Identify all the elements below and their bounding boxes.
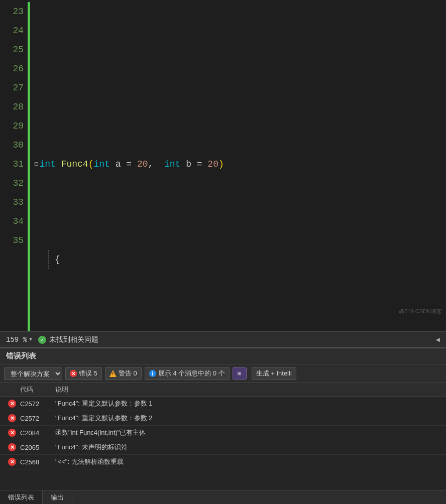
code-line-23 bbox=[34, 59, 446, 78]
row-code-4: C2065 bbox=[20, 444, 55, 451]
zoom-dropdown-arrow[interactable]: ▼ bbox=[29, 337, 32, 342]
code-content[interactable]: ⊟int Func4(int a = 20, int b = 20) { ret… bbox=[30, 2, 446, 331]
zoom-control[interactable]: 159 % ▼ bbox=[6, 336, 32, 344]
table-row[interactable]: ✕ C2572 "Func4": 重定义默认参数：参数 1 bbox=[0, 397, 446, 411]
info-count-button[interactable]: i 展示 4 个消息中的 0 个 bbox=[145, 367, 230, 380]
build-button[interactable]: 生成 + Intelli bbox=[252, 367, 296, 380]
error-toolbar: 整个解决方案 ✕ 错误 5 ! 警告 0 i 展示 4 个消息中的 0 个 ⊞ … bbox=[0, 364, 446, 383]
col-icon-header bbox=[4, 385, 20, 394]
status-message: ✓ 未找到相关问题 bbox=[38, 335, 98, 344]
line-num-35: 35 bbox=[0, 231, 24, 250]
code-editor: 23 24 25 26 27 28 29 30 31 32 33 34 35 ⊟… bbox=[0, 0, 446, 331]
tab-output-label: 输出 bbox=[51, 493, 64, 502]
row-error-icon-5: ✕ bbox=[4, 458, 20, 466]
tab-error-list[interactable]: 错误列表 bbox=[0, 490, 43, 504]
line-num-29: 29 bbox=[0, 116, 24, 136]
error-panel-title: 错误列表 bbox=[0, 348, 446, 364]
error-count-button[interactable]: ✕ 错误 5 bbox=[65, 367, 102, 380]
table-row[interactable]: ✕ C2568 "<<": 无法解析函数重载 bbox=[0, 455, 446, 469]
status-text: 未找到相关问题 bbox=[49, 335, 98, 344]
row-desc-2: "Func4": 重定义默认参数：参数 2 bbox=[55, 414, 442, 423]
table-row[interactable]: ✕ C2084 函数"int Func4(int,int)"已有主体 bbox=[0, 426, 446, 440]
info-count-label: 展示 4 个消息中的 0 个 bbox=[158, 369, 225, 378]
line-num-26: 26 bbox=[0, 59, 24, 78]
tab-error-list-label: 错误列表 bbox=[8, 493, 34, 502]
row-desc-4: "Func4": 未声明的标识符 bbox=[55, 443, 442, 452]
row-code-1: C2572 bbox=[20, 400, 55, 408]
line-num-28: 28 bbox=[0, 97, 24, 116]
error-count-label: 错误 5 bbox=[79, 369, 97, 378]
col-code-header: 代码 bbox=[20, 385, 55, 394]
tab-output[interactable]: 输出 bbox=[43, 490, 72, 504]
row-error-icon-4: ✕ bbox=[4, 443, 20, 451]
row-desc-1: "Func4": 重定义默认参数：参数 1 bbox=[55, 399, 442, 408]
warning-count-button[interactable]: ! 警告 0 bbox=[105, 367, 142, 380]
info-icon: i bbox=[149, 370, 156, 377]
code-line-24: ⊟int Func4(int a = 20, int b = 20) bbox=[34, 155, 446, 174]
row-error-icon-3: ✕ bbox=[4, 429, 20, 437]
line-num-24: 24 bbox=[0, 21, 24, 40]
filter-button[interactable]: ⊞ bbox=[233, 367, 247, 380]
code-container: 23 24 25 26 27 28 29 30 31 32 33 34 35 ⊟… bbox=[0, 0, 446, 331]
row-desc-5: "<<": 无法解析函数重载 bbox=[55, 457, 442, 466]
line-num-33: 33 bbox=[0, 193, 24, 212]
row-desc-3: 函数"int Func4(int,int)"已有主体 bbox=[55, 428, 442, 437]
row-error-icon-1: ✕ bbox=[4, 400, 20, 408]
row-code-5: C2568 bbox=[20, 458, 55, 466]
scope-select[interactable]: 整个解决方案 bbox=[4, 367, 62, 380]
line-num-23: 23 bbox=[0, 2, 24, 21]
line-num-34: 34 bbox=[0, 212, 24, 231]
status-bar: 159 % ▼ ✓ 未找到相关问题 ◀ bbox=[0, 331, 446, 347]
col-desc-header: 说明 bbox=[55, 385, 442, 394]
error-icon: ✕ bbox=[70, 370, 77, 377]
watermark: @519 CSDN博客 bbox=[399, 308, 442, 315]
warning-count-label: 警告 0 bbox=[119, 369, 137, 378]
table-row[interactable]: ✕ C2572 "Func4": 重定义默认参数：参数 2 bbox=[0, 411, 446, 426]
row-code-2: C2572 bbox=[20, 415, 55, 422]
line-num-25: 25 bbox=[0, 40, 24, 59]
code-line-25: { bbox=[34, 250, 446, 269]
collapse-icon-24[interactable]: ⊟ bbox=[34, 155, 38, 174]
row-error-icon-2: ✕ bbox=[4, 414, 20, 422]
status-ok-icon: ✓ bbox=[38, 336, 46, 344]
warning-icon: ! bbox=[109, 370, 117, 377]
nav-arrow[interactable]: ◀ bbox=[436, 335, 440, 344]
row-code-3: C2084 bbox=[20, 429, 55, 437]
bottom-tabs: 错误列表 输出 bbox=[0, 490, 446, 504]
line-num-27: 27 bbox=[0, 78, 24, 97]
line-num-31: 31 bbox=[0, 155, 24, 174]
error-table-header: 代码 说明 bbox=[0, 383, 446, 397]
line-num-32: 32 bbox=[0, 174, 24, 193]
error-panel: 错误列表 整个解决方案 ✕ 错误 5 ! 警告 0 i 展示 4 个消息中的 0… bbox=[0, 347, 446, 504]
line-num-30: 30 bbox=[0, 136, 24, 155]
zoom-level: 159 % bbox=[6, 336, 27, 344]
table-row[interactable]: ✕ C2065 "Func4": 未声明的标识符 bbox=[0, 440, 446, 455]
error-table[interactable]: ✕ C2572 "Func4": 重定义默认参数：参数 1 ✕ C2572 "F… bbox=[0, 397, 446, 490]
line-numbers: 23 24 25 26 27 28 29 30 31 32 33 34 35 bbox=[0, 2, 28, 331]
